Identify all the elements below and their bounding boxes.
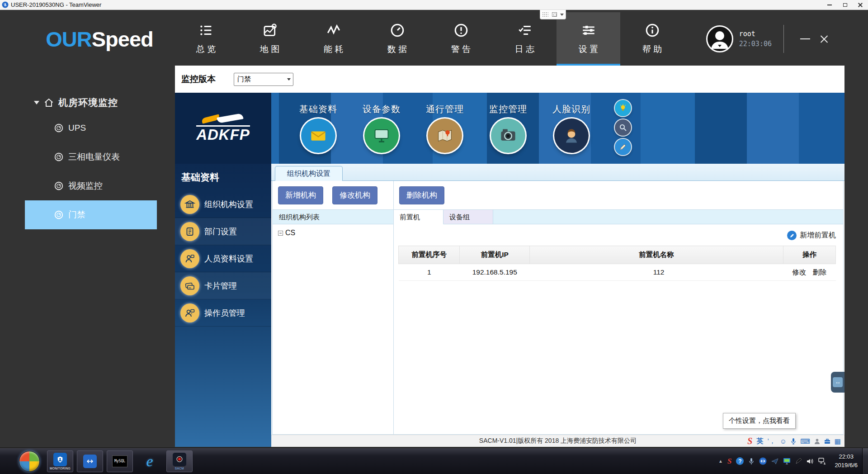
nav-item-map[interactable]: 地 图 — [238, 12, 302, 66]
app-minimize-icon[interactable] — [796, 29, 815, 48]
taskbar-clock[interactable]: 22:03 2019/6/6 — [835, 453, 858, 470]
sidebar-item-video[interactable]: 视频监控 — [25, 171, 175, 200]
workspace: 组织机构设置 新增机构 修改机构 删除机构 — [271, 164, 844, 447]
chevron-down-icon — [560, 14, 564, 16]
sidebar-root-node[interactable]: 机房环境监控 — [25, 92, 175, 114]
add-front-machine-link[interactable]: 新增前置机 — [398, 231, 836, 240]
map-pin-icon[interactable] — [428, 118, 462, 153]
combo-arrow-button[interactable] — [285, 73, 293, 85]
tab-device-group[interactable]: 设备组 — [443, 210, 493, 224]
taskbar-item-teamviewer[interactable] — [77, 450, 103, 472]
camera-icon[interactable] — [491, 118, 525, 153]
banner-item-device-params[interactable]: 设备参数 — [363, 103, 401, 153]
submenu-item-operator-mgmt[interactable]: 操作员管理 — [175, 299, 271, 327]
microphone-icon[interactable] — [791, 438, 796, 445]
speaker-icon[interactable] — [807, 458, 814, 465]
user-text: root 22:03:06 — [739, 30, 772, 48]
banner-item-face-recognition[interactable]: 人脸识别 — [552, 103, 590, 153]
magnifier-icon[interactable] — [615, 119, 631, 136]
workspace-main: 新增机构 修改机构 删除机构 组织机构列表 — [272, 181, 844, 435]
face-icon[interactable] — [554, 118, 589, 153]
network-icon[interactable] — [818, 458, 826, 465]
cell-name: 112 — [530, 264, 783, 281]
nav-item-energy[interactable]: 能 耗 — [302, 12, 365, 66]
sidebar-item-ups[interactable]: UPS — [25, 114, 175, 142]
sogou-ime-bar[interactable]: S 英 ’， ☺ ⌨ ▦ — [747, 435, 841, 447]
home-icon — [43, 97, 54, 108]
taskbar-item-internet-explorer[interactable]: e — [137, 450, 163, 472]
user-time: 22:03:06 — [739, 40, 772, 48]
send-tray-icon[interactable] — [771, 458, 778, 465]
envelope-icon[interactable] — [301, 118, 335, 153]
banner-item-base-data[interactable]: 基础资料 — [299, 103, 337, 153]
logo-part-blue: OUR — [46, 27, 91, 52]
submenu-item-department[interactable]: 部门设置 — [175, 218, 271, 245]
banner-mini-icons — [615, 100, 631, 164]
emoji-icon[interactable]: ☺ — [780, 437, 787, 445]
sidebar-item-door-access[interactable]: 门禁 — [25, 200, 157, 229]
monitor-tray-icon[interactable] — [783, 458, 791, 465]
taskbar-item-monitoring[interactable]: MONITORING — [47, 450, 73, 472]
banner-item-label: 人脸识别 — [552, 103, 590, 115]
hidden-icons-chevron[interactable]: ▲ — [718, 459, 723, 464]
show-desktop-button[interactable] — [862, 448, 868, 474]
pencil-icon — [787, 231, 797, 240]
log-icon — [517, 23, 533, 38]
toolbox-icon[interactable] — [824, 438, 830, 444]
card-icon — [180, 276, 199, 295]
start-button[interactable] — [19, 451, 40, 472]
ime-punct-toggle[interactable]: ’， — [767, 437, 775, 446]
tree-expander-icon[interactable] — [278, 231, 283, 236]
device-gauge-icon — [54, 181, 64, 191]
col-header-no: 前置机序号 — [399, 246, 460, 264]
teamviewer-toolbar-widget[interactable] — [540, 10, 566, 19]
nav-item-settings[interactable]: 设 置 — [557, 12, 620, 66]
tab-front-machine[interactable]: 前置机 — [394, 210, 443, 224]
version-select[interactable]: 门禁 — [234, 73, 293, 86]
taskbar-item-mysql[interactable]: MySQL — [107, 450, 133, 472]
nav-item-data[interactable]: 数 据 — [365, 12, 429, 66]
person-icon[interactable] — [814, 438, 820, 445]
user-name: root — [739, 30, 772, 38]
app-close-icon[interactable] — [815, 29, 834, 48]
ime-language-toggle[interactable]: 英 — [756, 437, 763, 446]
pencil-icon[interactable] — [615, 139, 631, 155]
submenu-item-org-setup[interactable]: 组织机构设置 — [175, 191, 271, 218]
bulb-icon[interactable] — [615, 100, 631, 116]
taskbar-item-sacm[interactable]: SACM — [166, 450, 193, 472]
nav-item-help[interactable]: 帮 助 — [620, 12, 684, 66]
nav-item-log[interactable]: 日 志 — [493, 12, 557, 66]
sidebar-item-power-meter[interactable]: 三相电量仪表 — [25, 142, 175, 171]
nav-item-overview[interactable]: 总 览 — [174, 12, 238, 66]
help-tray-icon[interactable]: ? — [736, 457, 744, 465]
user-block[interactable]: root 22:03:06 — [706, 12, 772, 66]
delete-org-button[interactable]: 删除机构 — [399, 186, 444, 204]
clock-time: 22:03 — [839, 453, 854, 461]
row-edit-link[interactable]: 修改 — [792, 268, 806, 277]
edit-org-button[interactable]: 修改机构 — [332, 186, 377, 204]
close-icon[interactable] — [853, 0, 868, 9]
add-org-button[interactable]: 新增机构 — [278, 186, 323, 204]
sogou-icon[interactable]: S — [747, 436, 752, 446]
minimize-icon[interactable] — [822, 0, 837, 9]
ime-tooltip[interactable]: 个性设置，点我看看 — [723, 413, 796, 429]
keyboard-icon[interactable]: ⌨ — [800, 437, 810, 446]
clock-date: 2019/6/6 — [835, 461, 858, 470]
mic-tray-icon[interactable] — [748, 458, 755, 465]
version-label: 监控版本 — [181, 73, 216, 85]
sogou-tray-icon[interactable]: S — [727, 457, 731, 466]
restore-icon[interactable] — [837, 0, 853, 9]
tree-node-cs[interactable]: CS — [278, 229, 393, 237]
monitor-icon[interactable] — [364, 118, 399, 153]
nav-item-alert[interactable]: 警 告 — [429, 12, 493, 66]
banner-item-access-mgmt[interactable]: 通行管理 — [426, 103, 464, 153]
grid-menu-icon[interactable]: ▦ — [835, 437, 841, 446]
banner-item-monitor-mgmt[interactable]: 监控管理 — [489, 103, 527, 153]
row-delete-link[interactable]: 删除 — [812, 268, 826, 277]
slide-out-handle[interactable]: ⇔ — [831, 372, 844, 393]
submenu-item-card-mgmt[interactable]: 卡片管理 — [175, 272, 271, 299]
tab-org-setup[interactable]: 组织机构设置 — [275, 166, 343, 181]
teamviewer-tray-icon[interactable] — [759, 457, 767, 465]
submenu-item-personnel[interactable]: 人员资料设置 — [175, 245, 271, 272]
pen-tray-icon[interactable] — [795, 458, 802, 465]
